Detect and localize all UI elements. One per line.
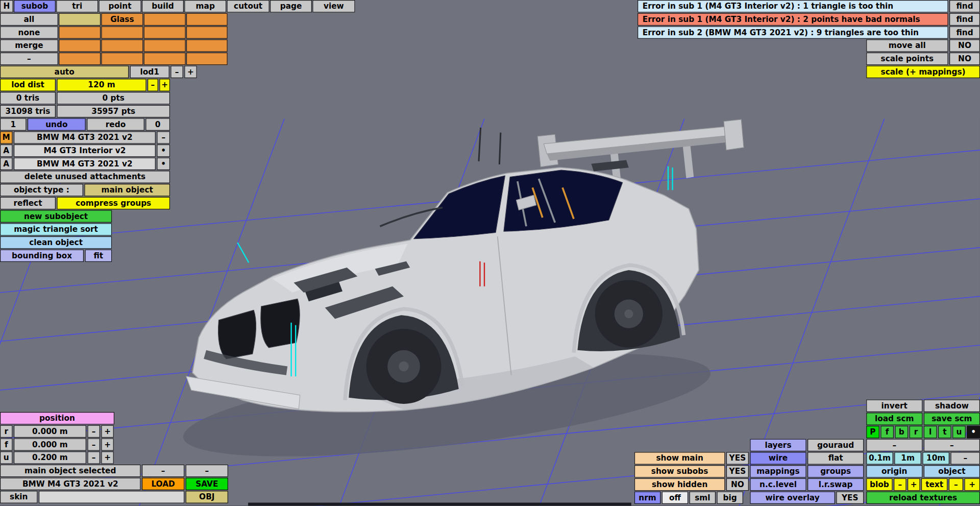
gouraud-button[interactable]: gouraud <box>807 439 864 451</box>
error-find-button[interactable]: find <box>949 26 980 38</box>
palette-cell-glass[interactable]: Glass <box>101 13 143 26</box>
clean-object-button[interactable]: clean object <box>0 236 112 249</box>
selection-slot1-button[interactable]: – <box>142 465 184 477</box>
selection-slot2-button[interactable]: – <box>186 465 228 477</box>
nc-level-button[interactable]: n.c.level <box>750 478 806 491</box>
palette-cell[interactable] <box>144 13 186 26</box>
palette-cell[interactable] <box>101 39 143 52</box>
object-row-name[interactable]: M4 GT3 Interior v2 <box>14 144 156 157</box>
proj-f-button[interactable]: f <box>880 426 894 438</box>
blob-plus-button[interactable]: + <box>908 478 920 491</box>
delete-unused-attachments-button[interactable]: delete unused attachments <box>0 171 170 183</box>
tab-build[interactable]: build <box>142 0 184 12</box>
tab-cutout[interactable]: cutout <box>227 0 269 12</box>
tab-view[interactable]: view <box>312 0 355 12</box>
palette-cell[interactable] <box>144 39 186 52</box>
object-row-flag[interactable]: – <box>157 131 170 143</box>
view-slot1-button[interactable]: – <box>866 439 922 451</box>
palette-cell[interactable] <box>186 13 228 26</box>
scale-points-button[interactable]: scale points <box>866 53 948 65</box>
flat-button[interactable]: flat <box>807 452 864 464</box>
new-subobject-button[interactable]: new subobject <box>0 210 112 222</box>
mappings-button[interactable]: mappings <box>750 465 806 477</box>
proj-t-button[interactable]: t <box>938 426 951 438</box>
grid-step-10m-button[interactable]: 10m <box>922 452 949 464</box>
grid-step-off-button[interactable]: – <box>950 452 980 464</box>
select-all-button[interactable]: all <box>0 13 58 26</box>
tab-tri[interactable]: tri <box>56 0 98 12</box>
lod-plus-button[interactable]: + <box>184 66 197 78</box>
palette-cell[interactable] <box>186 26 228 38</box>
nrm-button[interactable]: nrm <box>634 491 660 503</box>
redo-button[interactable]: redo <box>87 118 144 130</box>
origin-button[interactable]: origin <box>866 465 922 477</box>
proj-l-button[interactable]: l <box>924 426 937 438</box>
tab-map[interactable]: map <box>184 0 226 12</box>
wire-overlay-toggle[interactable]: YES <box>836 491 864 503</box>
lod-dist-value[interactable]: 120 m <box>57 79 146 91</box>
wire-overlay-button[interactable]: wire overlay <box>750 491 835 503</box>
bounding-box-fit-button[interactable]: fit <box>85 250 112 262</box>
object-row-flag[interactable]: • <box>157 144 170 157</box>
undo-button[interactable]: undo <box>28 118 86 130</box>
axis-u-plus-button[interactable]: + <box>101 451 113 464</box>
compress-groups-button[interactable]: compress groups <box>57 197 170 209</box>
tab-page[interactable]: page <box>270 0 312 12</box>
toolbar-h-button[interactable]: H <box>0 0 13 12</box>
save-button[interactable]: SAVE <box>186 478 228 490</box>
proj-p-button[interactable]: P <box>866 426 879 438</box>
show-hidden-button[interactable]: show hidden <box>634 478 725 491</box>
palette-cell[interactable] <box>59 26 101 38</box>
lod-dist-minus-button[interactable]: – <box>148 79 158 91</box>
view-slot2-button[interactable]: – <box>924 439 980 451</box>
text-button[interactable]: text <box>921 478 947 491</box>
error-find-button[interactable]: find <box>949 13 980 26</box>
select-merge-button[interactable]: merge <box>0 39 58 52</box>
select-dash-button[interactable]: – <box>0 53 58 65</box>
object-row-tag[interactable]: A <box>0 144 12 157</box>
palette-cell[interactable] <box>59 39 101 52</box>
scale-mappings-button[interactable]: scale (+ mappings) <box>866 66 980 78</box>
move-all-toggle[interactable]: NO <box>949 39 980 52</box>
invert-button[interactable]: invert <box>866 399 922 412</box>
palette-cell[interactable] <box>59 53 101 65</box>
obj-export-button[interactable]: OBJ <box>186 491 228 503</box>
object-row-flag[interactable]: • <box>157 158 170 170</box>
bounding-box-button[interactable]: bounding box <box>0 250 84 262</box>
grid-step-1m-button[interactable]: 1m <box>894 452 921 464</box>
lod-dist-plus-button[interactable]: + <box>159 79 170 91</box>
blob-button[interactable]: blob <box>866 478 892 491</box>
text-plus-button[interactable]: + <box>964 478 980 491</box>
show-subobs-button[interactable]: show subobs <box>634 465 725 477</box>
axis-f-minus-button[interactable]: – <box>87 438 100 450</box>
palette-cell[interactable] <box>186 53 228 65</box>
lod-minus-button[interactable]: – <box>170 66 183 78</box>
nrm-off-button[interactable]: off <box>662 491 688 503</box>
tab-subob[interactable]: subob <box>14 0 56 12</box>
object-type-value[interactable]: main object <box>84 184 170 196</box>
object-row-name[interactable]: BMW M4 GT3 2021 v2 <box>14 158 156 170</box>
error-find-button[interactable]: find <box>949 0 980 12</box>
wire-button[interactable]: wire <box>750 452 806 464</box>
proj-dot-button[interactable]: • <box>967 426 980 438</box>
proj-u-button[interactable]: u <box>952 426 966 438</box>
auto-button[interactable]: auto <box>0 66 129 78</box>
lr-swap-button[interactable]: l.r.swap <box>807 478 864 491</box>
lod1-button[interactable]: lod1 <box>130 66 169 78</box>
load-scm-button[interactable]: load scm <box>866 413 922 425</box>
nrm-sml-button[interactable]: sml <box>690 491 716 503</box>
palette-cell[interactable] <box>144 26 186 38</box>
axis-f-value[interactable]: 0.000 m <box>14 438 86 450</box>
scale-points-toggle[interactable]: NO <box>949 53 980 65</box>
palette-cell[interactable] <box>101 26 143 38</box>
load-button[interactable]: LOAD <box>142 478 184 490</box>
palette-cell[interactable] <box>144 53 186 65</box>
reflect-button[interactable]: reflect <box>0 197 56 209</box>
axis-u-value[interactable]: 0.200 m <box>14 451 86 464</box>
axis-f-plus-button[interactable]: + <box>101 438 113 450</box>
move-all-button[interactable]: move all <box>866 39 948 52</box>
tab-point[interactable]: point <box>99 0 141 12</box>
show-hidden-toggle[interactable]: NO <box>726 478 749 491</box>
axis-r-minus-button[interactable]: – <box>87 425 100 438</box>
palette-cell[interactable] <box>186 39 228 52</box>
